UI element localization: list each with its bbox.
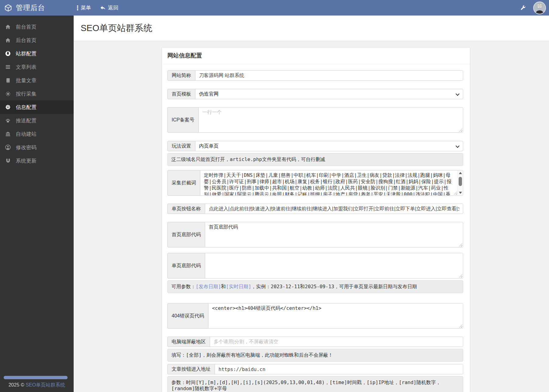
book-icon — [5, 78, 11, 83]
sidebar: 前台首页 后台首页 站群配置 — [0, 16, 74, 392]
menu-toggle[interactable]: 菜单 — [77, 4, 91, 11]
field-icp: ICP备案号 — [167, 107, 463, 133]
brand: 管理后台 — [4, 0, 45, 16]
admin-page: 管理后台 菜单 返回 — [0, 0, 549, 392]
field-label: ICP备案号 — [167, 107, 198, 133]
field-label: 文章按钮进入地址 — [167, 364, 215, 374]
copyright-text: 2025 © — [9, 382, 26, 387]
realtime-date-link[interactable]: [实时日期] — [226, 284, 251, 289]
article-url-input[interactable] — [215, 364, 463, 374]
back-button[interactable]: 返回 — [100, 4, 118, 11]
sidebar-scrollbar-thumb[interactable] — [4, 376, 68, 379]
field-label: 玩法设置 — [167, 141, 195, 151]
sidebar-item-label: 文章列表 — [16, 64, 37, 71]
vertical-dots-icon — [77, 5, 78, 10]
sidebar-item-label: 前台首页 — [16, 23, 37, 30]
brand-title: 管理后台 — [16, 3, 45, 12]
sidebar-item-label: 系统更新 — [16, 157, 37, 164]
menu-label: 菜单 — [81, 4, 91, 11]
scroll-down-icon[interactable] — [459, 192, 462, 194]
page-footer-textarea[interactable] — [205, 253, 463, 278]
site-name-input[interactable] — [195, 71, 463, 80]
publish-date-link[interactable]: [发布日期] — [196, 284, 221, 289]
field-label: 网站简称 — [167, 70, 195, 81]
sidebar-item-line-collect[interactable]: 按行采集 — [0, 87, 74, 100]
home-footer-textarea[interactable]: 首页底部代码 — [205, 222, 463, 247]
gear-icon — [5, 104, 11, 110]
select-value: 伪造官网 — [195, 89, 463, 99]
block-words-textarea[interactable]: 定时炸弹|天天干|DNS|床垫|儿童|慈善|中职|机车|印刷|中学|酒店|卫生|… — [200, 170, 463, 195]
paw-icon — [5, 118, 11, 123]
field-404-code: 404错误页代码 <center><h1>404错误页代码</center></… — [167, 303, 463, 329]
list-icon — [5, 65, 11, 69]
sidebar-item-label: 按行采集 — [16, 90, 37, 97]
field-pc-block: 电脑端屏蔽地区 填写：[全部]，则会屏蔽所有地区电脑端，此功能对蜘蛛和后台不会屏… — [167, 337, 463, 362]
help-text: 可用参数： — [171, 284, 196, 289]
play-mode-help: 泛二级域名只能首页打开，article.php文件夹里有代码，可自行删减 — [167, 153, 463, 166]
user-circle-icon — [5, 145, 11, 150]
play-mode-select[interactable]: 内页单页 — [195, 141, 463, 151]
home-template-select[interactable]: 伪造官网 — [195, 89, 463, 99]
sidebar-item-change-password[interactable]: 修改密码 — [0, 141, 74, 154]
help-text: 和 — [221, 284, 226, 289]
field-label: 采集拦截词 — [167, 170, 200, 196]
field-block-words: 采集拦截词 定时炸弹|天天干|DNS|床垫|儿童|慈善|中职|机车|印刷|中学|… — [167, 170, 463, 196]
sidebar-item-label: 修改密码 — [16, 144, 37, 151]
sidebar-item-batch-articles[interactable]: 批量文章 — [0, 74, 74, 87]
error404-textarea[interactable]: <center><h1>404错误页代码</center></h1> — [208, 303, 463, 328]
sidebar-item-label: 站群配置 — [16, 50, 37, 57]
panel-title: 网站信息配置 — [167, 52, 202, 59]
content-header: SEO单页站群系统 — [74, 16, 549, 41]
avatar[interactable] — [533, 2, 546, 14]
home-icon — [5, 24, 11, 30]
footer-brand-link[interactable]: SEO单页站群系统 — [26, 382, 65, 387]
home-icon — [5, 38, 11, 43]
field-label: 单页按钮名称 — [167, 204, 205, 214]
config-panel: 网站信息配置 网站简称 首页模板 — [162, 47, 470, 392]
topbar-nav: 菜单 返回 — [77, 0, 118, 16]
date-params-help: 可用参数：[发布日期]和[实时日期]，实例：2023-12-11和2025-09… — [167, 280, 463, 293]
bank-icon — [5, 131, 11, 137]
field-label: 单页底部代码 — [167, 253, 205, 278]
topbar: 管理后台 菜单 返回 — [0, 0, 549, 16]
magnet-icon — [5, 158, 11, 163]
burst-icon — [5, 91, 11, 96]
sidebar-item-auto-build[interactable]: 自动建站 — [0, 127, 74, 141]
pc-block-help: 填写：[全部]，则会屏蔽所有地区电脑端，此功能对蜘蛛和后台不会屏蔽！ — [167, 349, 463, 362]
field-label: 电脑端屏蔽地区 — [167, 337, 210, 347]
field-home-footer-code: 首页底部代码 首页底部代码 — [167, 222, 463, 247]
icp-textarea[interactable] — [199, 107, 463, 132]
field-article-url: 文章按钮进入地址 参数：时间[Y],[m],[d],[H],[i],[s](20… — [167, 364, 463, 392]
scroll-up-icon[interactable] — [459, 172, 462, 174]
select-value: 内页单页 — [195, 141, 463, 151]
pc-block-input[interactable] — [210, 337, 463, 347]
sidebar-item-article-list[interactable]: 文章列表 — [0, 60, 74, 74]
scrollbar-thumb[interactable] — [459, 177, 462, 186]
page-title: SEO单页站群系统 — [81, 22, 152, 34]
chrome-globe-icon — [5, 51, 11, 56]
sidebar-menu: 前台首页 后台首页 站群配置 — [0, 16, 74, 167]
field-page-footer-code: 单页底部代码 可用参数：[发布日期]和[实时日期]，实例：2023-12-11和… — [167, 253, 463, 293]
topbar-right — [520, 0, 549, 16]
field-label: 首页底部代码 — [167, 222, 205, 247]
field-label: 首页模板 — [167, 89, 195, 99]
sidebar-item-push-config[interactable]: 推送配置 — [0, 114, 74, 127]
sidebar-item-info-config[interactable]: 信息配置 — [0, 100, 74, 114]
field-play-mode: 玩法设置 内页单页 泛二级域名只能首页打开，article.php文件夹里有代码… — [167, 141, 463, 166]
back-label: 返回 — [108, 4, 118, 11]
cube-logo-icon — [4, 4, 12, 12]
help-text: ，实例：2023-12-11和2025-09-13，可用于单页显示最新日期与发布… — [251, 284, 417, 289]
sidebar-item-admin-home[interactable]: 后台首页 — [0, 33, 74, 47]
field-site-name: 网站简称 — [167, 70, 463, 81]
field-btn-names: 单页按钮名称 — [167, 204, 463, 214]
sidebar-item-sitegroup-config[interactable]: 站群配置 — [0, 47, 74, 60]
sidebar-item-label: 信息配置 — [16, 104, 37, 111]
btn-names-input[interactable] — [205, 204, 463, 214]
wrench-icon[interactable] — [520, 5, 526, 11]
url-params-help: 参数：时间[Y],[m],[d],[H],[i],[s](2025,09,13,… — [167, 376, 463, 392]
sidebar-item-system-update[interactable]: 系统更新 — [0, 154, 74, 167]
main-content: SEO单页站群系统 网站信息配置 网站简称 — [74, 16, 549, 392]
sidebar-item-label: 推送配置 — [16, 117, 37, 124]
sidebar-item-front-home[interactable]: 前台首页 — [0, 20, 74, 33]
sidebar-footer: 2025 © SEO单页站群系统 — [0, 382, 74, 388]
